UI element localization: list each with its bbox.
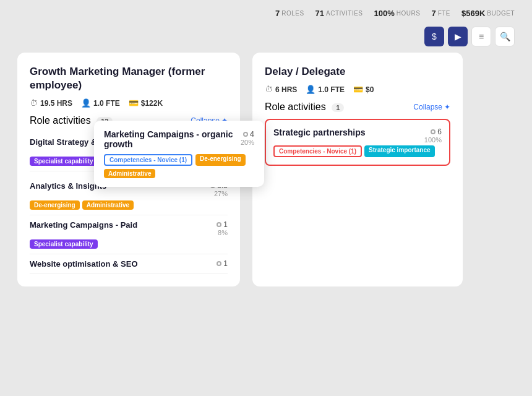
strategic-num: 6 [431, 127, 442, 136]
right-activities-badge: 1 [332, 103, 344, 112]
dot-icon [431, 129, 435, 134]
tag: Administrative [104, 169, 155, 178]
tag: Administrative [82, 200, 134, 210]
dot-icon [243, 132, 248, 137]
activity-num: 1 [217, 220, 228, 229]
right-fte: 👤 1.0 FTE [306, 85, 345, 94]
right-cost-value: $0 [366, 85, 374, 94]
tag: Competencies - Novice (1) [104, 154, 192, 166]
clock-icon: ⏱ [265, 85, 273, 94]
person-icon: 👤 [306, 85, 315, 94]
money-icon: 💳 [353, 85, 363, 94]
tooltip-card: Marketing Campaigns - organic growth 4 2… [94, 121, 264, 187]
right-card-title: Delay / Delegate [265, 65, 450, 79]
budget-value: $569K [461, 9, 485, 18]
main-content: Growth Marketing Manager (former employe… [0, 46, 532, 293]
right-role-activities-header: Role activities 1 Collapse ✦ [265, 101, 450, 113]
tag: De-energising [30, 200, 80, 210]
tooltip-right: 4 20% [241, 129, 254, 146]
tooltip-tags: Competencies - Novice (1) De-energising … [104, 154, 254, 178]
stats-row: 7 ROLES 71 ACTIVITIES 100% HOURS 7 FTE $… [275, 9, 515, 18]
roles-label: ROLES [281, 10, 304, 17]
tag: Specialist capability [30, 157, 98, 166]
right-collapse-button[interactable]: Collapse ✦ [413, 103, 450, 111]
left-cost-value: $122K [141, 99, 163, 108]
clock-icon: ⏱ [30, 98, 38, 108]
toolbar: $ ▶ ≡ 🔍 [0, 27, 532, 46]
collapse-icon: ✦ [444, 103, 450, 111]
right-hours: ⏱ 6 HRS [265, 85, 297, 94]
left-card-meta: ⏱ 19.5 HRS 👤 1.0 FTE 💳 $122K [30, 98, 228, 108]
person-icon: 👤 [81, 98, 91, 108]
tag: Strategic importance [364, 145, 434, 157]
stat-fte: 7 FTE [431, 9, 450, 18]
tooltip-num: 4 [243, 129, 254, 139]
activity-item: Marketing Campaigns - Paid 1 8% Speciali… [30, 215, 228, 254]
left-card-title: Growth Marketing Manager (former employe… [30, 65, 228, 92]
search-button[interactable]: 🔍 [495, 27, 515, 46]
left-hours: ⏱ 19.5 HRS [30, 98, 72, 108]
right-cost: 💳 $0 [353, 85, 374, 94]
activity-name: Marketing Campaigns - Paid [30, 220, 206, 230]
hours-value: 100% [374, 9, 395, 18]
tag: Specialist capability [30, 239, 98, 249]
activity-num: 1 [217, 259, 228, 268]
activities-label: ACTIVITIES [326, 10, 363, 17]
right-card: Delay / Delegate ⏱ 6 HRS 👤 1.0 FTE 💳 $0 … [252, 53, 463, 286]
right-role-activities-label: Role activities 1 [265, 101, 344, 113]
activities-value: 71 [315, 9, 324, 18]
money-icon: 💳 [129, 98, 139, 108]
budget-label: BUDGET [487, 10, 515, 17]
stat-activities: 71 ACTIVITIES [315, 9, 363, 18]
left-cost: 💳 $122K [129, 98, 163, 108]
top-bar: 7 ROLES 71 ACTIVITIES 100% HOURS 7 FTE $… [0, 0, 532, 23]
stat-budget: $569K BUDGET [461, 9, 515, 18]
play-button[interactable]: ▶ [448, 27, 468, 46]
strategic-right: 6 100% [424, 127, 442, 144]
hours-label: HOURS [397, 10, 421, 17]
filter-button[interactable]: ≡ [471, 27, 491, 46]
left-fte-value: 1.0 FTE [93, 99, 120, 108]
stat-hours: 100% HOURS [374, 9, 421, 18]
activity-item: Website optimisation & SEO 1 [30, 254, 228, 274]
search-icon: 🔍 [500, 32, 510, 41]
roles-value: 7 [275, 9, 280, 18]
right-hours-value: 6 HRS [275, 85, 297, 94]
strategic-percent: 100% [424, 136, 442, 144]
fte-value: 7 [431, 9, 435, 18]
tooltip-title: Marketing Campaigns - organic growth [104, 129, 254, 149]
dollar-button[interactable]: $ [424, 27, 444, 46]
right-fte-value: 1.0 FTE [318, 85, 345, 94]
dot-icon [217, 261, 221, 266]
dot-icon [217, 222, 221, 227]
tag: Competencies - Novice (1) [273, 145, 362, 157]
tag: De-energising [195, 154, 246, 166]
left-hours-value: 19.5 HRS [40, 99, 72, 108]
stat-roles: 7 ROLES [275, 9, 304, 18]
left-fte: 👤 1.0 FTE [81, 98, 120, 108]
tooltip-percent: 20% [241, 139, 254, 146]
strategic-title: Strategic partnerships [273, 127, 366, 137]
right-card-meta: ⏱ 6 HRS 👤 1.0 FTE 💳 $0 [265, 85, 450, 94]
strategic-partnerships-card: Strategic partnerships 6 100% Competenci… [265, 119, 450, 166]
fte-label: FTE [438, 10, 450, 17]
activity-name: Website optimisation & SEO [30, 259, 206, 269]
